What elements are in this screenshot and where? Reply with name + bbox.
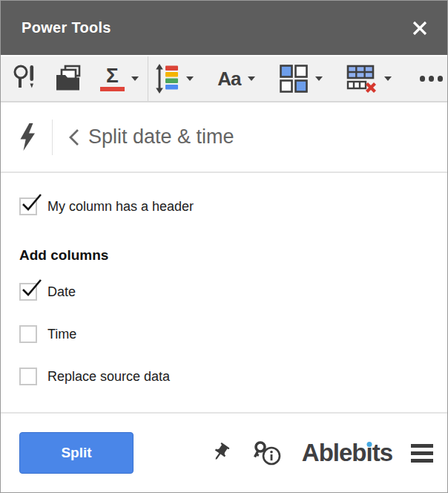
tool-header-divider <box>52 120 53 155</box>
add-columns-title: Add columns <box>19 247 429 264</box>
checkmark-icon <box>21 278 43 301</box>
options-content: My column has a header Add columns Date … <box>1 173 447 412</box>
merge-tool-button[interactable] <box>279 64 309 94</box>
time-checkbox-label: Time <box>47 327 76 342</box>
hamburger-icon <box>411 459 433 463</box>
search-edit-icon <box>13 62 38 95</box>
sheets-manager-button[interactable] <box>54 63 84 94</box>
window-title: Power Tools <box>22 19 407 36</box>
replace-source-checkbox[interactable] <box>19 368 37 385</box>
clear-table-icon <box>346 64 378 94</box>
close-icon <box>410 19 429 38</box>
footer-right-group: Ablebıts <box>208 439 433 467</box>
split-columns-icon <box>155 63 179 94</box>
hamburger-icon <box>411 444 433 448</box>
more-icon <box>429 76 435 82</box>
replace-source-checkbox-label: Replace source data <box>47 369 170 385</box>
time-checkbox-row[interactable]: Time <box>19 324 429 344</box>
date-checkbox-row[interactable]: Date <box>19 282 429 301</box>
brand-letter-i: ı <box>366 439 372 467</box>
brand-blue-dot <box>366 442 372 447</box>
menu-button[interactable] <box>411 443 433 464</box>
tool-title: Split date & time <box>88 125 234 148</box>
key-info-icon <box>251 439 283 467</box>
titlebar: Power Tools <box>1 1 447 55</box>
tools-toolbar: Σ Aa <box>1 55 447 102</box>
brand-text-post: ts <box>372 439 392 467</box>
back-button[interactable] <box>67 127 81 148</box>
more-icon <box>438 76 444 82</box>
checkmark-icon <box>21 193 43 215</box>
replace-source-checkbox-row[interactable]: Replace source data <box>19 367 429 386</box>
header-checkbox-label: My column has a header <box>47 199 194 215</box>
merge-dropdown-caret-icon[interactable] <box>315 76 323 81</box>
folder-windows-icon <box>54 63 84 94</box>
formulas-dropdown-caret-icon[interactable] <box>131 76 139 81</box>
text-dropdown-caret-icon[interactable] <box>248 76 255 81</box>
footer: Split Ableb <box>1 412 447 492</box>
clear-tool-button[interactable] <box>346 64 378 94</box>
formulas-button[interactable]: Σ <box>100 66 125 91</box>
license-info-button[interactable] <box>251 439 283 467</box>
text-tools-button[interactable]: Aa <box>217 68 240 91</box>
time-checkbox[interactable] <box>19 325 37 343</box>
pushpin-icon <box>208 440 232 466</box>
sigma-underline <box>100 87 125 91</box>
lightning-bolt-icon <box>19 123 36 151</box>
text-tools-icon: Aa <box>217 68 240 91</box>
ablebits-logo[interactable]: Ablebıts <box>302 439 392 467</box>
more-tools-button[interactable] <box>415 76 448 82</box>
more-icon <box>420 76 426 82</box>
split-button[interactable]: Split <box>19 432 134 474</box>
pin-button[interactable] <box>208 440 232 466</box>
date-checkbox-label: Date <box>47 284 76 300</box>
hamburger-icon <box>411 451 433 455</box>
clear-dropdown-caret-icon[interactable] <box>384 76 392 81</box>
date-checkbox[interactable] <box>19 283 37 301</box>
power-tools-panel: Power Tools Σ <box>0 0 448 493</box>
split-dropdown-caret-icon[interactable] <box>186 76 194 81</box>
merge-grid-icon <box>279 64 309 94</box>
header-checkbox-row[interactable]: My column has a header <box>19 197 429 216</box>
sigma-icon: Σ <box>106 66 119 85</box>
close-button[interactable] <box>407 16 432 41</box>
tool-header: Split date & time <box>1 102 447 173</box>
brand-text-pre: Ableb <box>302 439 366 467</box>
header-checkbox[interactable] <box>19 197 37 215</box>
split-tool-button[interactable] <box>155 63 179 94</box>
back-chevron-icon <box>67 127 81 148</box>
dedupe-search-button[interactable] <box>13 62 38 95</box>
